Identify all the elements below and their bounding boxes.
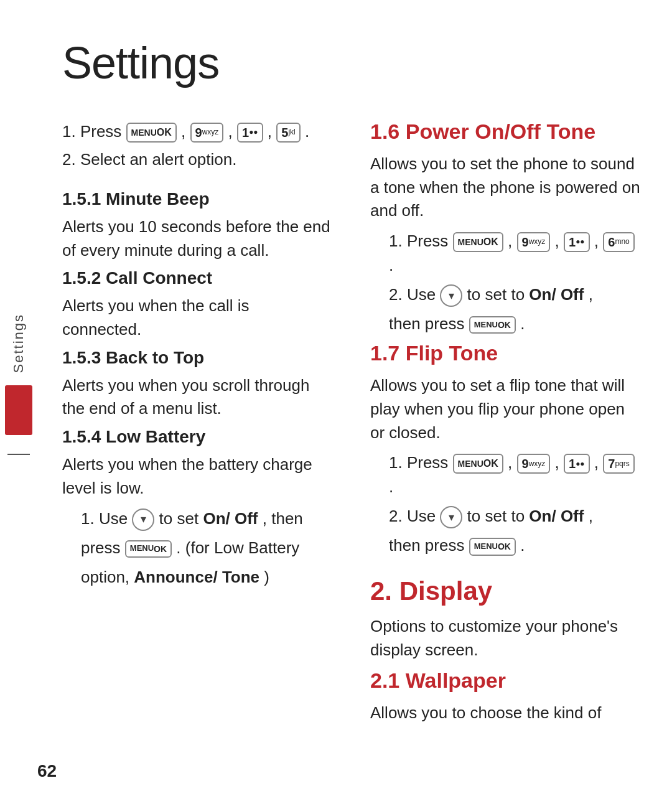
flip-step2-prefix: 2. Use [389, 507, 440, 525]
nav-icon-3: ▾ [440, 506, 462, 528]
heading-1-7: 1.7 Flip Tone [370, 341, 641, 365]
comma2: , [228, 122, 237, 141]
tone-comma3: , [594, 232, 603, 250]
flip-step2: 2. Use ▾ to set to On/ Off , [370, 504, 641, 528]
section-1-5-4: 1.5.4 Low Battery Alerts you when the ba… [62, 427, 333, 589]
sidebar: Settings [0, 0, 37, 806]
key-6mno: 6mno [603, 232, 634, 252]
tone-step2-middle: to set to [467, 285, 530, 304]
flip-step3-suffix: . [520, 536, 525, 555]
columns: 1. Press MENUOK , 9wxyz , 1●● , 5jkl . 2… [62, 119, 641, 769]
page-number: 62 [37, 761, 57, 781]
text-1-7: Allows you to set a flip tone that will … [370, 374, 641, 444]
heading-1-5-3: 1.5.3 Back to Top [62, 348, 333, 368]
period: . [305, 122, 309, 141]
lb-step3-close: ) [264, 568, 269, 586]
section-2-1: 2.1 Wallpaper Allows you to choose the k… [370, 668, 641, 725]
section-1-5-3: 1.5.3 Back to Top Alerts you when you sc… [62, 348, 333, 421]
flip-step3-text: then press [389, 536, 469, 555]
tone-period: . [389, 256, 393, 274]
flip-comma1: , [508, 453, 516, 472]
intro-steps: 1. Press MENUOK , 9wxyz , 1●● , 5jkl . 2… [62, 119, 333, 172]
text-1-5-2: Alerts you when the call is connected. [62, 294, 333, 341]
text-2: Options to customize your phone's displa… [370, 615, 641, 662]
section-1-7: 1.7 Flip Tone Allows you to set a flip t… [370, 341, 641, 558]
intro-step-1: 1. Press MENUOK , 9wxyz , 1●● , 5jkl . [62, 119, 333, 144]
comma1: , [181, 122, 190, 141]
lb-step1-suffix: , then [263, 509, 303, 528]
comma3: , [268, 122, 276, 141]
key-menu-ok-6: MENUOK [469, 538, 516, 555]
tone-step1-prefix: 1. Press [389, 232, 453, 250]
lb-step3-text: option, [81, 568, 134, 586]
section-1-6: 1.6 Power On/Off Tone Allows you to set … [370, 119, 641, 336]
key-5jkl: 5jkl [276, 123, 300, 143]
tone-step3-text: then press [389, 314, 469, 333]
sidebar-line [7, 454, 30, 455]
page-title: Settings [62, 37, 641, 88]
key-9wxyz-2: 9wxyz [517, 232, 551, 252]
flip-period: . [389, 477, 393, 496]
low-battery-step2: press MENUOK . (for Low Battery [62, 536, 333, 560]
lb-step2-suffix: . (for Low Battery [176, 538, 299, 557]
key-1-3: 1●● [564, 454, 590, 474]
flip-step2-bold: On/ Off [529, 507, 584, 525]
intro-step-2: 2. Select an alert option. [62, 148, 333, 172]
text-1-6: Allows you to set the phone to sound a t… [370, 152, 641, 223]
tone-comma2: , [555, 232, 564, 250]
step2-text: 2. Select an alert option. [62, 150, 236, 169]
tone-step1: 1. Press MENUOK , 9wxyz , 1●● , 6mno . [370, 229, 641, 278]
tone-step3-suffix: . [520, 314, 525, 333]
tone-step2-prefix: 2. Use [389, 285, 440, 304]
sidebar-label: Settings [11, 314, 27, 373]
text-2-1: Allows you to choose the kind of [370, 701, 641, 725]
lb-step1-middle: to set [159, 509, 203, 528]
flip-comma2: , [555, 453, 564, 472]
tone-step2-bold: On/ Off [529, 285, 584, 304]
key-menu-ok-3: MENUOK [453, 232, 503, 252]
heading-2-1: 2.1 Wallpaper [370, 668, 641, 693]
flip-step1-prefix: 1. Press [389, 453, 453, 472]
key-menu-ok: MENUOK [126, 123, 177, 143]
step1-prefix: 1. Press [62, 122, 126, 141]
lb-step3-bold2: Tone [222, 568, 259, 586]
text-1-5-3: Alerts you when you scroll through the e… [62, 374, 333, 421]
tone-step2-suffix: , [589, 285, 593, 304]
heading-1-5-2: 1.5.2 Call Connect [62, 268, 333, 288]
low-battery-step1: 1. Use ▾ to set On/ Off , then [62, 507, 333, 531]
lb-step1-prefix: 1. Use [81, 509, 132, 528]
page-container: Settings Settings 1. Press MENUOK , 9wxy… [0, 0, 672, 806]
key-menu-ok-2: MENUOK [125, 540, 172, 558]
left-column: 1. Press MENUOK , 9wxyz , 1●● , 5jkl . 2… [62, 119, 333, 769]
flip-step2-middle: to set to [467, 507, 530, 525]
main-content: Settings 1. Press MENUOK , 9wxyz , 1●● ,… [37, 0, 672, 806]
lb-step3-bold1: Announce/ [134, 568, 217, 586]
sidebar-red-bar [5, 385, 32, 435]
text-1-5-1: Alerts you 10 seconds before the end of … [62, 215, 333, 262]
flip-step1: 1. Press MENUOK , 9wxyz , 1●● , 7pqrs . [370, 451, 641, 499]
key-9wxyz: 9wxyz [190, 123, 224, 143]
low-battery-step3: option, Announce/ Tone ) [62, 565, 333, 589]
heading-1-5-1: 1.5.1 Minute Beep [62, 189, 333, 209]
tone-step3: then press MENUOK . [370, 312, 641, 336]
key-menu-ok-5: MENUOK [453, 454, 503, 474]
key-7pqrs: 7pqrs [603, 454, 634, 474]
lb-step2-prefix: press [81, 538, 125, 557]
key-1: 1●● [237, 123, 263, 143]
flip-comma3: , [594, 453, 603, 472]
heading-2: 2. Display [370, 576, 641, 606]
tone-step2: 2. Use ▾ to set to On/ Off , [370, 283, 641, 307]
text-1-5-4: Alerts you when the battery charge level… [62, 453, 333, 500]
heading-1-5-4: 1.5.4 Low Battery [62, 427, 333, 447]
nav-icon-1: ▾ [132, 508, 154, 531]
tone-comma1: , [508, 232, 516, 250]
flip-step3: then press MENUOK . [370, 533, 641, 558]
key-9wxyz-3: 9wxyz [517, 454, 551, 474]
lb-step1-bold: On/ Off [203, 509, 258, 528]
section-1-5-1: 1.5.1 Minute Beep Alerts you 10 seconds … [62, 189, 333, 262]
right-column: 1.6 Power On/Off Tone Allows you to set … [370, 119, 641, 769]
nav-icon-2: ▾ [440, 284, 462, 307]
heading-1-6: 1.6 Power On/Off Tone [370, 119, 641, 144]
key-menu-ok-4: MENUOK [469, 316, 516, 334]
section-2: 2. Display Options to customize your pho… [370, 576, 641, 662]
